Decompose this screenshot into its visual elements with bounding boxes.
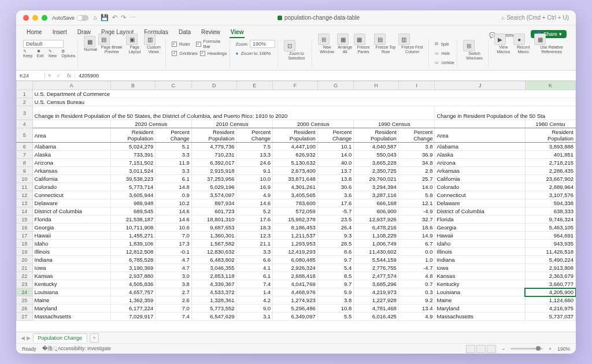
row-header[interactable]: 10 bbox=[17, 175, 33, 183]
table-cell[interactable]: 1,567,582 bbox=[191, 240, 236, 248]
table-cell[interactable]: 1.0 bbox=[398, 256, 435, 264]
table-cell[interactable]: Connecticut bbox=[32, 191, 110, 199]
table-cell[interactable]: 10.0 bbox=[236, 175, 273, 183]
table-cell[interactable]: 3,574,097 bbox=[191, 191, 236, 199]
table-cell[interactable]: 1,124,660 bbox=[525, 296, 575, 304]
table-cell[interactable]: 5,024,279 bbox=[110, 143, 156, 151]
table-cell[interactable]: Georgia bbox=[435, 224, 526, 232]
page-layout-icon[interactable]: ▣ bbox=[126, 34, 138, 45]
table-cell[interactable]: 3.6 bbox=[317, 191, 354, 199]
table-cell[interactable]: Louisiana bbox=[435, 288, 526, 296]
table-cell[interactable]: 1,108,229 bbox=[354, 232, 399, 240]
close-icon[interactable] bbox=[23, 15, 29, 21]
table-cell[interactable]: 9.3 bbox=[317, 232, 354, 240]
table-cell[interactable]: Alaska bbox=[435, 151, 526, 159]
table-cell[interactable]: 6,177,224 bbox=[110, 304, 156, 313]
col-header[interactable]: B bbox=[110, 81, 156, 90]
sheet-tab[interactable]: Population Change bbox=[33, 333, 88, 342]
table-cell[interactable]: 1,328,361 bbox=[191, 296, 236, 304]
table-cell[interactable]: 401,851 bbox=[525, 151, 575, 159]
col-header[interactable]: C bbox=[156, 81, 192, 90]
table-cell[interactable]: 14.0 bbox=[398, 183, 435, 191]
table-cell[interactable]: 0.3 bbox=[398, 288, 435, 296]
table-cell[interactable]: 11,430,602 bbox=[354, 248, 399, 256]
row-header[interactable]: 27 bbox=[17, 313, 33, 321]
normal-view-icon[interactable]: ▦ bbox=[84, 36, 95, 47]
table-cell[interactable]: 964,691 bbox=[525, 232, 575, 240]
table-cell[interactable]: 28.5 bbox=[317, 240, 354, 248]
table-cell[interactable]: 4,301,261 bbox=[273, 183, 318, 191]
table-cell[interactable]: Colorado bbox=[435, 183, 526, 191]
table-cell[interactable]: 3.3 bbox=[156, 167, 192, 175]
col-header[interactable]: I bbox=[398, 81, 435, 90]
table-cell[interactable]: 14.6 bbox=[236, 199, 273, 207]
table-cell[interactable]: 6,483,802 bbox=[191, 256, 236, 264]
search-hint[interactable]: Search (Cmd + Ctrl + U) bbox=[506, 14, 569, 21]
record-macro-icon[interactable]: ● bbox=[513, 34, 525, 45]
table-cell[interactable]: 23,667,902 bbox=[525, 175, 575, 183]
table-cell[interactable]: 6,785,528 bbox=[110, 256, 156, 264]
zoom-level[interactable]: 190% bbox=[557, 346, 570, 352]
table-cell[interactable]: 4,657,757 bbox=[110, 288, 156, 296]
table-cell[interactable]: 4.8 bbox=[398, 272, 435, 280]
table-cell[interactable]: 0.9 bbox=[156, 191, 192, 199]
table-cell[interactable]: 9.1 bbox=[236, 167, 273, 175]
table-cell[interactable]: Massachusetts bbox=[435, 313, 526, 321]
table-cell[interactable]: Iowa bbox=[32, 264, 110, 272]
table-cell[interactable]: 6,016,425 bbox=[354, 313, 399, 321]
table-cell[interactable]: 9.2 bbox=[398, 296, 435, 304]
table-cell[interactable]: 4,339,367 bbox=[191, 280, 236, 288]
table-cell[interactable]: 5.9 bbox=[317, 288, 354, 296]
table-cell[interactable]: California bbox=[435, 175, 526, 183]
table-cell[interactable]: 14.6 bbox=[156, 216, 192, 224]
table-cell[interactable]: Hawaii bbox=[32, 232, 110, 240]
row-header[interactable]: 13 bbox=[17, 199, 33, 207]
row-header[interactable]: 24 bbox=[17, 288, 33, 296]
table-cell[interactable]: Idaho bbox=[32, 240, 110, 248]
table-cell[interactable]: 13.7 bbox=[317, 167, 354, 175]
table-cell[interactable]: 4.9 bbox=[398, 313, 435, 321]
table-cell[interactable]: 4,041,769 bbox=[273, 280, 318, 288]
table-cell[interactable]: 572,059 bbox=[273, 207, 318, 216]
table-cell[interactable]: 1,455,271 bbox=[110, 232, 156, 240]
table-cell[interactable]: 11.9 bbox=[156, 159, 192, 167]
table-cell[interactable]: 2.6 bbox=[156, 296, 192, 304]
tab-data[interactable]: Data bbox=[177, 27, 192, 38]
table-cell[interactable]: 4.7 bbox=[156, 256, 192, 264]
maximize-icon[interactable] bbox=[42, 15, 47, 21]
table-cell[interactable]: 4,040,587 bbox=[354, 143, 399, 151]
table-cell[interactable]: 37,253,956 bbox=[191, 175, 236, 183]
page-layout-view-button[interactable] bbox=[476, 345, 486, 353]
table-cell[interactable]: 2,853,118 bbox=[191, 272, 236, 280]
add-sheet-button[interactable]: + bbox=[90, 333, 99, 343]
table-cell[interactable]: 3.0 bbox=[156, 272, 192, 280]
more-icon[interactable]: ⋯ bbox=[130, 14, 136, 21]
table-cell[interactable]: Kentucky bbox=[435, 280, 526, 288]
hide-button[interactable]: Hide bbox=[441, 51, 449, 55]
table-cell[interactable]: 4,219,973 bbox=[354, 288, 399, 296]
table-cell[interactable]: 17.3 bbox=[156, 240, 192, 248]
table-cell[interactable]: 3,665,228 bbox=[354, 159, 399, 167]
table-cell[interactable]: 12,830,632 bbox=[191, 248, 236, 256]
table-cell[interactable]: Hawaii bbox=[435, 232, 526, 240]
table-cell[interactable]: 13.4 bbox=[398, 304, 435, 313]
table-cell[interactable]: 626,932 bbox=[273, 151, 318, 159]
table-cell[interactable]: Kansas bbox=[435, 272, 526, 280]
table-cell[interactable]: 9.0 bbox=[236, 304, 273, 313]
redo-icon[interactable]: ↷ bbox=[121, 14, 126, 21]
table-cell[interactable]: 2.8 bbox=[398, 167, 435, 175]
exit-button[interactable]: ✖ Exit bbox=[37, 49, 45, 58]
table-cell[interactable]: 14.0 bbox=[317, 151, 354, 159]
row-header[interactable]: 17 bbox=[17, 232, 33, 240]
table-cell[interactable]: -4.9 bbox=[398, 207, 435, 216]
zoom-slider[interactable] bbox=[510, 348, 543, 350]
table-cell[interactable]: 3,405,565 bbox=[273, 191, 318, 199]
table-cell[interactable]: 9,746,324 bbox=[525, 216, 575, 224]
table-cell[interactable]: 40.0 bbox=[317, 159, 354, 167]
table-cell[interactable]: 10.1 bbox=[317, 143, 354, 151]
table-cell[interactable]: 8.5 bbox=[317, 272, 354, 280]
table-cell[interactable]: Idaho bbox=[435, 240, 526, 248]
row-header[interactable]: 6 bbox=[17, 143, 33, 151]
table-cell[interactable]: 30.6 bbox=[317, 183, 354, 191]
table-cell[interactable]: Arkansas bbox=[435, 167, 526, 175]
